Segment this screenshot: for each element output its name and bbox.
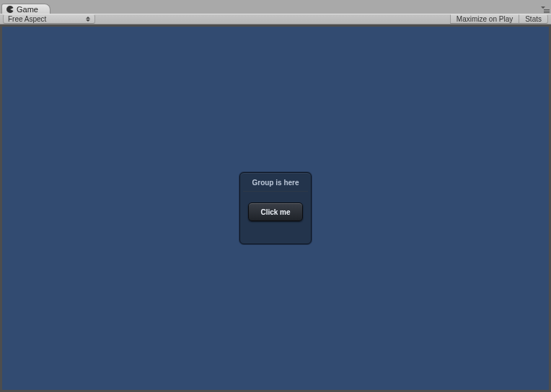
click-me-button-label: Click me: [260, 208, 290, 216]
tab-game[interactable]: Game: [1, 4, 50, 14]
unity-editor-frame: Game Free Aspect Maximize on Play: [0, 0, 551, 392]
tab-game-label: Game: [17, 5, 38, 14]
click-me-button[interactable]: Click me: [248, 202, 303, 221]
panel-menu-icon[interactable]: [541, 6, 550, 13]
gui-group-title: Group is here: [240, 179, 311, 187]
aspect-ratio-label: Free Aspect: [8, 15, 46, 23]
tab-row: Game: [0, 4, 551, 14]
maximize-on-play-button[interactable]: Maximize on Play: [450, 14, 519, 24]
stats-label: Stats: [525, 15, 542, 23]
maximize-on-play-label: Maximize on Play: [457, 15, 513, 23]
game-viewport[interactable]: Group is here Click me: [2, 27, 549, 390]
pacman-icon: [6, 6, 14, 13]
updown-arrows-icon: [86, 17, 90, 22]
game-viewport-frame: Group is here Click me: [0, 24, 551, 392]
aspect-ratio-dropdown[interactable]: Free Aspect: [3, 14, 95, 24]
stats-button[interactable]: Stats: [519, 14, 548, 24]
game-toolbar: Free Aspect Maximize on Play Stats: [0, 14, 551, 24]
gui-group-separator: [243, 191, 308, 192]
